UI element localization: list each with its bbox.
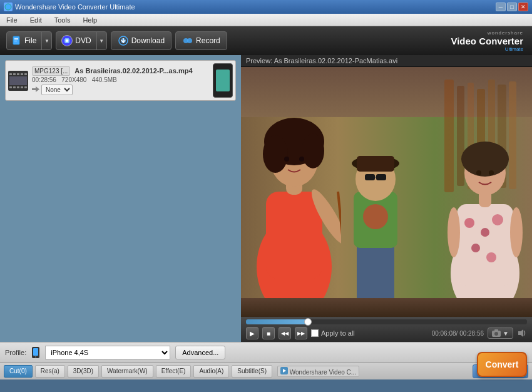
file-button[interactable]: File ▼ — [6, 31, 52, 50]
svg-rect-67 — [494, 329, 498, 331]
status-audio[interactable]: Audio(A) — [193, 365, 229, 378]
profile-select[interactable]: iPhone 4,4S — [45, 346, 170, 359]
file-icon — [12, 36, 22, 46]
preview-header: Preview: As Brasileiras.02.02.2012-PacMa… — [241, 55, 532, 67]
svg-point-66 — [494, 332, 498, 336]
svg-point-56 — [471, 244, 480, 252]
status-bar: Cut(0) Res(a) 3D(3D) Watermark(W) Effect… — [0, 362, 532, 379]
file-format: MPG123 [... — [32, 66, 70, 76]
file-name: As Brasileiras.02.02.2012-P...as.mp4 — [74, 67, 192, 75]
preview-video[interactable] — [241, 67, 532, 317]
title-bar: Wondershare Video Converter Ultimate ─ □… — [0, 0, 532, 14]
right-panel: Preview: As Brasileiras.02.02.2012-PacMa… — [241, 55, 532, 342]
svg-point-54 — [481, 228, 489, 237]
svg-point-44 — [363, 204, 388, 229]
apply-all-label: Apply to all — [321, 329, 355, 337]
status-subtitle[interactable]: Subtitle(S) — [232, 365, 272, 378]
dvd-icon — [61, 35, 73, 46]
volume-button[interactable] — [517, 329, 527, 338]
menu-bar: File Edit Tools Help — [0, 14, 532, 26]
menu-edit[interactable]: Edit — [28, 15, 44, 25]
person-1 — [247, 91, 341, 317]
output-format-select[interactable]: None MP4 AVI — [41, 85, 73, 95]
phone-icon — [31, 347, 40, 358]
menu-file[interactable]: File — [4, 15, 20, 25]
advanced-button[interactable]: Advanced... — [175, 346, 225, 359]
file-info: MPG123 [... As Brasileiras.02.02.2012-P.… — [32, 66, 209, 95]
file-dropdown-arrow[interactable]: ▼ — [41, 32, 51, 49]
taskbar-item[interactable]: Wondershare Video C... — [277, 366, 359, 377]
stop-button[interactable]: ■ — [262, 327, 275, 339]
file-duration: 00:28:56 — [32, 76, 56, 83]
svg-rect-48 — [365, 174, 375, 180]
svg-rect-3 — [14, 39, 18, 40]
volume-icon — [517, 329, 527, 338]
menu-tools[interactable]: Tools — [52, 15, 73, 25]
next-button[interactable]: ▶▶ — [295, 327, 307, 339]
dvd-label: DVD — [75, 36, 91, 45]
svg-point-38 — [263, 135, 288, 173]
minimize-button[interactable]: ─ — [496, 3, 506, 11]
dvd-dropdown-arrow[interactable]: ▼ — [96, 32, 106, 49]
record-icon — [182, 35, 193, 46]
menu-help[interactable]: Help — [80, 15, 100, 25]
title-bar-text: Wondershare Video Converter Ultimate — [15, 3, 135, 11]
window-controls: ─ □ ✕ — [496, 3, 528, 11]
svg-rect-47 — [357, 156, 394, 172]
file-item: MPG123 [... As Brasileiras.02.02.2012-P.… — [5, 60, 236, 101]
svg-point-53 — [464, 218, 474, 228]
progress-bar[interactable] — [246, 319, 527, 324]
status-3d[interactable]: 3D(3D) — [68, 365, 99, 378]
video-converter-icon — [280, 367, 288, 374]
status-effect[interactable]: Effect(E) — [156, 365, 192, 378]
svg-point-71 — [35, 356, 36, 357]
svg-rect-52 — [457, 204, 513, 286]
play-button[interactable]: ▶ — [246, 327, 258, 339]
svg-point-59 — [510, 207, 523, 257]
svg-point-39 — [302, 133, 324, 168]
svg-rect-1 — [13, 36, 19, 44]
convert-button[interactable]: Convert — [477, 352, 527, 377]
capture-button[interactable]: ▼ — [488, 328, 513, 339]
dvd-button[interactable]: DVD ▼ — [56, 31, 106, 50]
camera-icon — [492, 329, 501, 337]
svg-rect-14 — [21, 73, 23, 75]
svg-point-63 — [476, 170, 481, 175]
svg-point-9 — [187, 38, 192, 43]
svg-rect-19 — [21, 86, 23, 88]
bottom-bar: Profile: iPhone 4,4S Advanced... — [0, 342, 532, 362]
download-label: Download — [131, 36, 165, 45]
svg-rect-15 — [24, 73, 27, 75]
svg-rect-17 — [13, 86, 16, 88]
svg-rect-4 — [14, 41, 17, 41]
status-res[interactable]: Res(a) — [35, 365, 65, 378]
prev-button[interactable]: ◀◀ — [279, 327, 291, 339]
download-button[interactable]: Download — [111, 31, 171, 50]
current-time: 00:06:08 — [432, 330, 456, 337]
file-resolution: 720X480 — [61, 76, 86, 83]
toolbar: File ▼ DVD ▼ Download Record wondershare… — [0, 26, 532, 55]
apply-all-area: Apply to all — [311, 329, 355, 337]
svg-rect-12 — [13, 73, 16, 75]
product-name: Video Converter — [451, 36, 523, 46]
app-icon — [4, 3, 13, 11]
video-controls: ▶ ■ ◀◀ ▶▶ Apply to all 00:06:08/ 00:28:5… — [241, 317, 532, 342]
maximize-button[interactable]: □ — [507, 3, 517, 11]
apply-all-checkbox[interactable] — [311, 329, 319, 337]
progress-thumb — [304, 318, 312, 326]
svg-marker-68 — [518, 329, 523, 337]
file-size: 440.5MB — [92, 76, 117, 83]
status-cut[interactable]: Cut(0) — [4, 365, 33, 378]
svg-rect-49 — [376, 174, 386, 180]
time-display: 00:06:08/ 00:28:56 — [359, 330, 484, 337]
download-icon — [118, 35, 129, 46]
svg-marker-23 — [36, 86, 39, 92]
status-watermark[interactable]: Watermark(W) — [101, 365, 153, 378]
main-content: MPG123 [... As Brasileiras.02.02.2012-P.… — [0, 55, 532, 342]
svg-rect-18 — [17, 86, 19, 88]
brand-logo: wondershare Video Converter Ultimate — [451, 30, 523, 52]
convert-label: Convert — [486, 359, 519, 369]
close-button[interactable]: ✕ — [518, 3, 528, 11]
svg-rect-70 — [33, 348, 38, 356]
record-button[interactable]: Record — [175, 31, 227, 50]
